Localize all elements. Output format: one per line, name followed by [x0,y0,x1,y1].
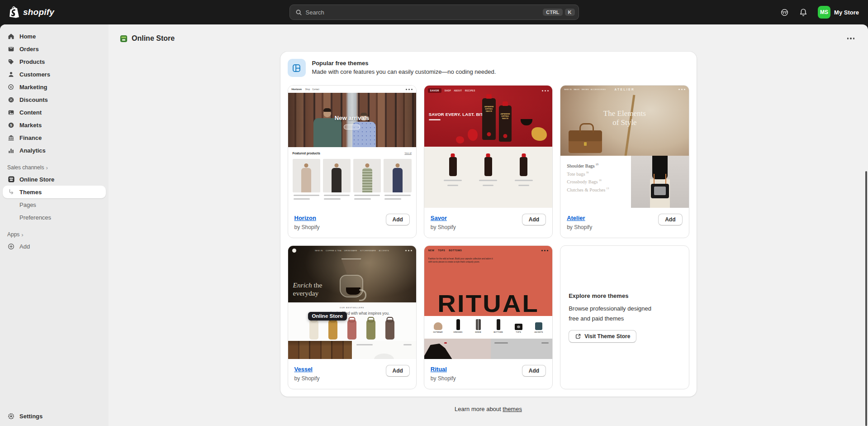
hero-art: New arrivals [288,93,416,147]
preview-brand: SAVOR [428,88,441,93]
add-theme-button-savor[interactable]: Add [522,214,546,225]
sidebar-item-discounts[interactable]: Discounts [3,93,106,106]
preview-nav-icons [542,90,549,91]
notifications-button[interactable] [796,5,811,19]
featured-products-label: Featured products [293,152,320,155]
sidebar-item-marketing[interactable]: Marketing [3,81,106,93]
target-icon [7,83,15,91]
scrollbar-thumb[interactable] [865,171,867,426]
theme-card-vessel: NEW IN COFFEE & TEA DRINKWARE KITCHENWAR… [288,245,417,389]
shopify-logo[interactable]: shopify [9,6,54,18]
product-tiles [424,147,552,208]
search-icon [295,9,302,16]
chevron-right-icon: › [21,231,23,238]
sidebar-item-finance[interactable]: Finance [3,131,106,144]
banner-title: Popular free themes [312,59,496,67]
product-tiles [288,159,416,208]
theme-preview-atelier[interactable]: NEW IN BAGS SHOES ACCESSORIES ATELIER Th… [560,86,688,208]
theme-name-link-ritual[interactable]: Ritual [431,366,447,373]
sidebar-item-analytics[interactable]: Analytics [3,144,106,157]
theme-preview-horizon[interactable]: Horizon Shop Contact New arrivals Featur… [288,86,416,208]
theme-name-link-atelier[interactable]: Atelier [567,215,585,221]
external-link-icon [575,333,581,340]
sidebar-item-settings[interactable]: Settings [3,410,106,422]
hero-headline: Enrich the everyday [293,281,323,297]
bestsellers-eyebrow: OUR BESTSELLERS [288,302,416,309]
bell-icon [799,8,807,17]
footer-help-text: Learn more about themes [109,406,868,412]
globe-dollar-icon: $ [7,121,15,129]
store-avatar: MS [818,6,830,19]
preview-nav-icons [405,250,412,251]
orders-icon [7,45,15,53]
add-theme-button-horizon[interactable]: Add [386,214,410,225]
sidebar-item-content[interactable]: Content [3,106,106,119]
theme-name-link-vessel[interactable]: Vessel [294,366,313,373]
theme-card-savor: SAVOR SHOP ABOUT RECIPES SAVOR EVERY. LA… [424,85,553,238]
page-more-actions-button[interactable] [844,34,857,43]
theme-card-footer: Ritual by Shopify Add [424,359,552,389]
topbar-right-cluster: MS My Store [777,0,862,24]
explore-title: Explore more themes [569,292,680,299]
home-icon [7,33,15,40]
theme-preview-ritual[interactable]: NEW TOPS BOTTOMS Fashion for the wild at… [424,246,552,359]
theme-blue-icon [288,59,306,77]
add-theme-button-ritual[interactable]: Add [522,365,546,377]
add-theme-button-vessel[interactable]: Add [386,365,410,377]
apps-header[interactable]: Apps › [3,229,106,240]
sales-channels-header[interactable]: Sales channels › [3,162,106,173]
theme-card-footer: Savor by Shopify Add [424,208,552,238]
svg-text:$: $ [10,123,12,127]
sidebar-item-online-store[interactable]: Online Store [3,173,106,186]
sidekick-button[interactable] [777,5,792,19]
shopify-bag-icon [9,6,20,18]
global-search[interactable]: CTRL K [289,5,579,20]
sidebar-item-pages[interactable]: Pages [3,198,106,211]
discount-icon [7,96,15,104]
sidebar-item-orders[interactable]: Orders [3,43,106,55]
hero-headline: RITUAL [424,292,552,315]
theme-card-horizon: Horizon Shop Contact New arrivals Featur… [288,85,417,238]
sidebar-item-customers[interactable]: Customers [3,68,106,81]
bar-chart-icon [7,147,15,154]
explore-text-line2: free and paid themes [569,315,680,322]
preview-brand: ATELIER [564,88,685,91]
workspace: Home Orders Products Customers Marketing… [0,24,868,426]
gear-icon [7,412,15,420]
page-header: Online Store [109,24,868,47]
hero-paragraph: Fashion for the wild at heart. Build you… [428,257,497,263]
themes-help-link[interactable]: themes [503,406,522,412]
add-theme-button-atelier[interactable]: Add [658,214,682,225]
theme-preview-vessel[interactable]: NEW IN COFFEE & TEA DRINKWARE KITCHENWAR… [288,246,416,359]
topbar: shopify CTRL K MS My Store [0,0,868,24]
hero-art: SAVOR SHOP ABOUT RECIPES SAVOR EVERY. LA… [424,86,552,147]
tagline: Let your day be filled with what inspire… [288,311,416,316]
theme-name-link-savor[interactable]: Savor [431,215,447,221]
sidebar-item-markets[interactable]: $ Markets [3,119,106,131]
hero-art: NEW IN BAGS SHOES ACCESSORIES ATELIER Th… [560,86,688,156]
product-image [631,156,689,208]
online-store-green-icon [119,34,128,43]
theme-card-atelier: NEW IN BAGS SHOES ACCESSORIES ATELIER Th… [560,85,689,238]
kbd-k: K [565,9,575,16]
theme-preview-savor[interactable]: SAVOR SHOP ABOUT RECIPES SAVOR EVERY. LA… [424,86,552,208]
hero-headline: The Elements of Style [560,109,688,127]
search-input[interactable] [306,9,541,16]
image-icon [7,109,15,116]
hero-button [344,124,360,129]
theme-card-ritual: NEW TOPS BOTTOMS Fashion for the wild at… [424,245,553,389]
theme-name-link-horizon[interactable]: Horizon [294,215,316,221]
sidebar-item-preferences[interactable]: Preferences [3,211,106,224]
theme-card-footer: Atelier by Shopify Add [560,208,688,238]
sidebar-item-add-app[interactable]: Add [3,240,106,253]
preview-navbar: Horizon Shop Contact [288,86,416,93]
sidebar-item-themes[interactable]: Themes [3,186,106,198]
sidebar-item-products[interactable]: Products [3,55,106,68]
tag-icon [7,58,15,66]
sidebar: Home Orders Products Customers Marketing… [0,24,109,426]
elbow-arrow-icon [7,188,15,196]
store-menu-button[interactable]: MS My Store [815,4,862,20]
chevron-right-icon: › [46,164,47,171]
sidebar-item-home[interactable]: Home [3,30,106,43]
visit-theme-store-button[interactable]: Visit Theme Store [569,330,636,343]
